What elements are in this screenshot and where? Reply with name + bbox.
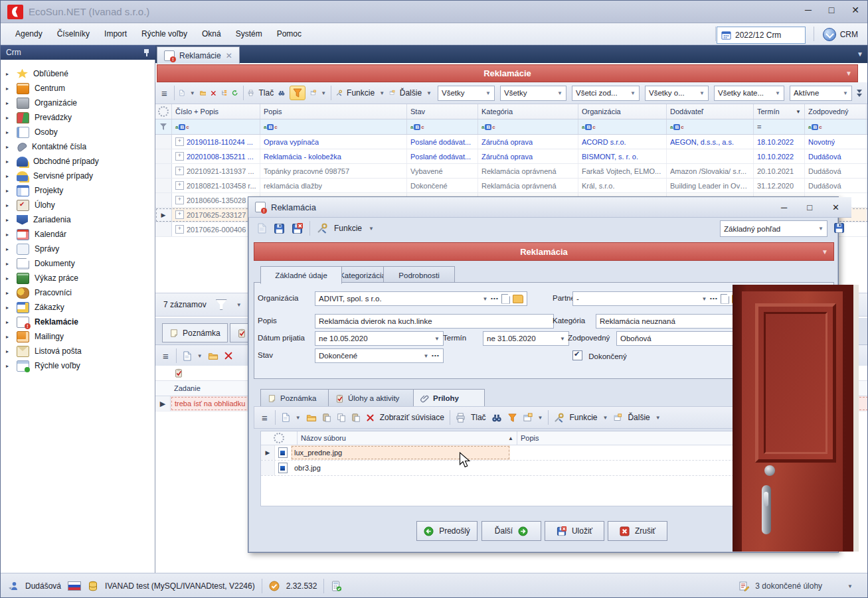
open-folder-icon[interactable]	[513, 295, 523, 303]
new-record-dropdown-icon[interactable]: ▼	[190, 90, 195, 96]
more-icon[interactable]	[613, 413, 622, 422]
subtab-prilohy[interactable]: Prílohy	[413, 389, 485, 408]
column-header-0[interactable]: Číslo + Popis	[172, 104, 260, 119]
refresh-icon[interactable]	[232, 88, 238, 98]
done-checkbox-row[interactable]: Dokončený	[572, 350, 627, 360]
filter-combo-2[interactable]: Všetci zod...▼	[572, 86, 640, 101]
more-icon[interactable]	[389, 88, 395, 98]
slovak-flag-icon[interactable]	[68, 581, 81, 591]
menu-icon[interactable]: ≡	[260, 412, 270, 423]
expand-arrow-icon[interactable]: ▸	[6, 363, 11, 369]
copy-icon[interactable]	[337, 413, 346, 422]
sidebar-item-obľúbené[interactable]: ▸Obľúbené	[1, 66, 155, 81]
sidebar-item-osoby[interactable]: ▸Osoby	[1, 125, 155, 139]
previous-button[interactable]: Predošlý	[416, 521, 477, 541]
menu-r-chle-vo-by[interactable]: Rýchle voľby	[135, 27, 194, 41]
responsible-input[interactable]: Oboňová	[616, 331, 746, 346]
filter-cell-0[interactable]: aBc	[172, 119, 260, 134]
layout-dropdown-icon[interactable]: ▼	[538, 415, 543, 421]
column-header-4[interactable]: Organizácia	[578, 104, 667, 119]
tabstrip-chevron-icon[interactable]: ▼	[857, 50, 863, 58]
expand-arrow-icon[interactable]: ▸	[6, 71, 11, 77]
functions-dropdown-icon[interactable]: ▼	[369, 226, 374, 232]
expand-arrow-icon[interactable]: ▸	[6, 319, 11, 325]
tab-podrobnosti[interactable]: Podrobnosti	[383, 266, 455, 284]
note-tab-poznamka[interactable]: Poznámka	[162, 323, 228, 342]
column-header-2[interactable]: Stav	[407, 104, 478, 119]
tab-zakladne-udaje[interactable]: Základné údaje	[260, 266, 342, 284]
tasks-dropdown-icon[interactable]: ▼	[847, 583, 853, 589]
more-label[interactable]: Ďalšie	[400, 88, 422, 98]
more-label[interactable]: Ďalšie	[628, 413, 650, 422]
expand-arrow-icon[interactable]: ▸	[6, 305, 11, 311]
functions-wrench-icon[interactable]	[336, 88, 342, 98]
new-attachment-dropdown-icon[interactable]: ▼	[296, 415, 301, 421]
delete-icon[interactable]	[224, 351, 233, 360]
sidebar-item-organizácie[interactable]: ▸Organizácie	[1, 96, 155, 110]
expand-plus-icon[interactable]: +	[175, 196, 184, 204]
filter-cell-4[interactable]: aBc	[578, 119, 667, 134]
filter-cell-2[interactable]: aBc	[407, 119, 478, 134]
menu-import[interactable]: Import	[98, 27, 133, 41]
organization-combo[interactable]: ADIVIT, spol. s r.o. ▼⋯	[315, 291, 527, 306]
dialog-close-button[interactable]: ✕	[832, 202, 839, 212]
delete-icon[interactable]	[211, 88, 217, 98]
expand-arrow-icon[interactable]: ▸	[6, 129, 11, 135]
records-filter-dropdown-icon[interactable]: ▼	[236, 302, 242, 308]
filter-cell-1[interactable]: aBc	[260, 119, 407, 134]
new-note-dropdown-icon[interactable]: ▼	[197, 353, 203, 359]
period-selector[interactable]: 2022/12 Crm	[717, 27, 806, 44]
functions-dropdown-icon[interactable]: ▼	[379, 90, 385, 96]
sidebar-item-listová-pošta[interactable]: ▸Listová pošta	[1, 344, 155, 358]
sidebar-item-správy[interactable]: ▸Správy	[1, 242, 155, 256]
sidebar-item-prevádzky[interactable]: ▸Prevádzky	[1, 110, 155, 125]
table-row[interactable]: +20201008-135211 ...Reklamácia - kolobež…	[155, 149, 868, 164]
category-input[interactable]: Reklamácia neuznaná	[596, 314, 746, 329]
expand-plus-icon[interactable]: +	[175, 210, 184, 219]
statusbar-tasks[interactable]: 3 dokončené úlohy ▼	[738, 581, 862, 591]
tab-close-icon[interactable]: ✕	[226, 51, 232, 60]
filter-toggle-active[interactable]	[290, 86, 305, 100]
menu-syst-m[interactable]: Systém	[229, 27, 269, 41]
new-attachment-icon[interactable]	[281, 413, 290, 422]
functions-wrench-icon[interactable]	[554, 413, 564, 423]
table-row[interactable]: +20190118-110244 ...Oprava vypínačaPosla…	[155, 135, 868, 149]
banner-chevron-icon[interactable]: ▼	[822, 248, 828, 256]
maximize-button[interactable]: □	[829, 5, 834, 15]
expand-arrow-icon[interactable]: ▸	[6, 144, 11, 150]
search-binoculars-icon[interactable]	[491, 413, 502, 423]
filter-combo-4[interactable]: Všetky kate...▼	[714, 86, 784, 101]
sidebar-item-centrum[interactable]: ▸Centrum	[1, 81, 155, 96]
save-view-icon[interactable]	[833, 222, 845, 234]
expand-arrow-icon[interactable]: ▸	[6, 86, 11, 92]
functions-label[interactable]: Funkcie	[569, 413, 597, 422]
new-note-icon[interactable]	[182, 351, 192, 361]
dialog-minimize-button[interactable]: ─	[781, 202, 787, 212]
menu-pomoc[interactable]: Pomoc	[270, 27, 308, 41]
expand-plus-icon[interactable]: +	[175, 181, 184, 190]
sidebar-item-dokumenty[interactable]: ▸Dokumenty	[1, 256, 155, 271]
filter-funnel-icon[interactable]	[507, 413, 517, 423]
collapse-toolbar-icon[interactable]	[857, 90, 865, 97]
expand-arrow-icon[interactable]: ▸	[6, 115, 11, 121]
crm-module-button[interactable]: CRM	[818, 27, 863, 42]
hierarchy-icon[interactable]	[221, 88, 227, 98]
pin-icon[interactable]	[143, 48, 150, 56]
deadline-picker[interactable]: ne 31.05.2020 ▼	[483, 331, 569, 346]
calculator-check-icon[interactable]	[331, 581, 342, 591]
save-icon[interactable]	[274, 223, 285, 234]
date-received-picker[interactable]: ne 10.05.2020 ▼	[315, 331, 444, 346]
sidebar-item-mailingy[interactable]: ▸Mailingy	[1, 329, 155, 344]
table-row[interactable]: +20180821-103458 r...reklamácia dlažbyDo…	[155, 179, 868, 193]
filter-cell-6[interactable]: =	[754, 119, 805, 134]
menu-okn-[interactable]: Okná	[195, 27, 228, 41]
sidebar-item-kalendár[interactable]: ▸Kalendár	[1, 227, 155, 242]
column-header-3[interactable]: Kategória	[478, 104, 578, 119]
filter-cell-5[interactable]: aBc	[667, 119, 754, 134]
expand-arrow-icon[interactable]: ▸	[6, 246, 11, 252]
minimize-button[interactable]: ─	[805, 5, 812, 15]
column-header-5[interactable]: Dodávateľ	[667, 104, 754, 119]
show-related-label[interactable]: Zobraziť súvisiace	[380, 413, 444, 422]
expand-plus-icon[interactable]: +	[175, 137, 184, 146]
column-header-7[interactable]: Zodpovedný	[805, 104, 867, 119]
